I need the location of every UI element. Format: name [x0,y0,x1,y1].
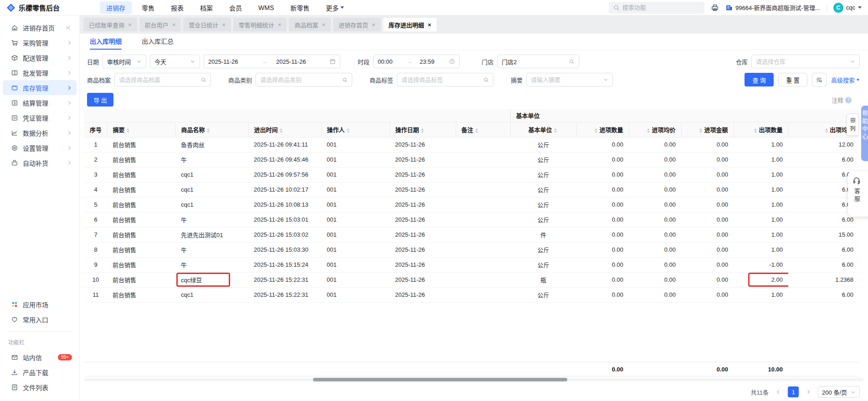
tab-business-day-stats[interactable]: 营业日统计 [183,18,231,31]
store-input[interactable] [502,58,566,65]
sidebar-item-label: 常用入口 [23,315,48,324]
close-icon[interactable] [372,22,375,28]
page-size-select[interactable]: 200 条/页 [818,386,860,398]
table-row[interactable]: 6前台销售牛2025-11-26 15:03:010012025-11-26公斤… [84,212,859,227]
date-type-select[interactable]: 审核时间 [103,55,146,68]
nav-item-reports[interactable]: 报表 [164,1,190,14]
table-row[interactable]: 11前台销售cqc12025-11-26 15:22:310012025-11-… [84,287,859,302]
collapse-sidebar-icon[interactable] [66,25,72,31]
query-button[interactable]: 查 询 [745,73,774,86]
sidebar-item-favorites[interactable]: 常用入口 [3,312,77,327]
table-row[interactable]: 9前台销售牛2025-11-26 15:15:240012025-11-26公斤… [84,257,859,272]
tab-settled-orders[interactable]: 已结账单查询 [83,18,137,31]
nav-item-new-retail[interactable]: 新零售 [284,1,316,14]
col-header-product-name[interactable]: 商品名称 [175,122,248,137]
export-button[interactable]: 导 出 [87,93,113,107]
nav-item-retail[interactable]: 零售 [135,1,161,14]
nav-item-inventory[interactable]: 进销存 [100,1,132,14]
nav-item-more[interactable]: 更多 [319,1,350,14]
time-range-picker[interactable]: 00:00 23:59 [373,55,460,68]
col-header-inout-time[interactable]: 进出时间 [248,122,321,137]
nav-item-wms[interactable]: WMS [252,2,280,13]
tab-product-archive[interactable]: 商品档案 [289,18,331,31]
col-header-in-avg-price[interactable]: 进项均价 [629,122,681,137]
sidebar-item-inbox[interactable]: 站内信 99+ [3,350,77,365]
nav-item-archives[interactable]: 档案 [194,1,219,14]
subtab-inout-summary[interactable]: 出入库汇总 [142,36,174,50]
col-header-base-unit[interactable]: 基本单位 [510,122,576,137]
sidebar-item-purchase[interactable]: 采购管理 [3,35,77,50]
sidebar-item-delivery[interactable]: 配送管理 [3,50,77,65]
help-center-tab[interactable]: 帮助中心 [861,106,868,161]
sidebar-item-settings[interactable]: 设置管理 [3,140,77,155]
table-row[interactable]: 4前台销售cqc12025-11-26 10:02:170012025-11-2… [84,182,859,197]
category-picker[interactable] [256,73,352,86]
saved-filter-button[interactable] [812,73,827,86]
nav-item-members[interactable]: 会员 [223,1,248,14]
sidebar-item-wholesale[interactable]: 批发管理 [3,65,77,80]
sidebar-item-file-list[interactable]: 文件列表 [3,380,77,395]
scrollbar-thumb[interactable] [313,378,567,381]
user-menu[interactable]: C cqc [833,3,862,13]
summary-select[interactable] [526,73,613,86]
table-row[interactable]: 1前台销售鱼香肉丝2025-11-26 09:41:110012025-11-2… [84,137,859,152]
tab-retail-detail-stats[interactable]: 零售明细统计 [233,18,287,31]
sidebar-item-inventory[interactable]: 库存管理 [3,80,77,95]
advanced-search-link[interactable]: 高级搜索 [831,76,860,84]
col-header-remark[interactable]: 备注 [456,122,510,137]
date-range-picker[interactable]: 2025-11-26 2025-11-26 [204,55,340,68]
table-row[interactable]: 10前台销售cqc绿豆2025-11-26 15:22:310012025-11… [84,272,859,287]
global-search-input[interactable] [622,4,691,11]
close-icon[interactable] [128,22,132,28]
global-search[interactable] [609,2,704,14]
warehouse-input[interactable] [756,58,847,65]
sidebar-item-settlement[interactable]: $ 结算管理 [3,95,77,110]
close-icon[interactable] [222,22,226,28]
sidebar-item-app-market[interactable]: 应用市场 [3,297,77,312]
store-picker[interactable] [497,55,579,68]
table-row[interactable]: 2前台销售牛2025-11-26 09:45:460012025-11-26公斤… [84,152,859,167]
table-row[interactable]: 3前台销售cqc12025-11-26 09:57:560012025-11-2… [84,167,859,182]
time-from-value: 00:00 [378,58,393,65]
page-number[interactable]: 1 [788,386,799,397]
tab-stock-inout-detail[interactable]: 库存进出明细 [383,18,437,31]
tab-inventory-home[interactable]: 进销存首页 [333,18,381,31]
col-header-operator[interactable]: 操作人 [321,122,390,137]
tag-picker[interactable] [397,73,493,86]
next-page-button[interactable] [803,387,813,397]
column-settings-button[interactable]: 列 [847,114,859,136]
customer-service-widget[interactable]: 客服 [848,171,868,217]
tag-input[interactable] [401,76,481,83]
col-header-op-date[interactable]: 操作日期 [390,122,456,137]
table-row[interactable]: 7前台销售先进先出测试012025-11-26 15:03:020012025-… [84,227,859,242]
product-picker[interactable] [114,73,211,86]
sidebar-item-downloads[interactable]: 产品下载 [3,365,77,380]
tab-frontdesk-users[interactable]: 前台用户 [139,18,181,31]
close-icon[interactable] [428,22,431,28]
col-header-summary[interactable]: 摘要 [107,122,175,137]
col-header-in-qty[interactable]: 进项数量 [576,122,629,137]
col-header-out-qty[interactable]: 出项数量 [734,122,788,137]
prev-page-button[interactable] [773,387,783,397]
subtab-inout-detail[interactable]: 出入库明细 [90,36,122,50]
company-switcher[interactable]: 99664-新界面商超版测试-管理... [725,3,820,12]
product-input[interactable] [119,76,198,83]
close-icon[interactable] [278,22,282,28]
sidebar-item-analytics[interactable]: 数据分析 [3,125,77,140]
sidebar-item-home[interactable]: 进销存首页 [3,20,77,35]
close-icon[interactable] [172,22,176,28]
note-label[interactable]: 注释 [832,96,852,104]
col-header-in-amount[interactable]: 进项金额 [681,122,734,137]
sidebar-item-auto-replenish[interactable]: 自动补货 [3,155,77,170]
scrollbar-track[interactable] [84,378,863,381]
warehouse-select[interactable] [751,55,860,68]
category-input[interactable] [260,76,339,83]
close-icon[interactable] [322,22,325,28]
table-row[interactable]: 8前台销售牛2025-11-26 15:03:300012025-11-26公斤… [84,242,859,257]
date-preset-select[interactable]: 今天 [150,55,200,68]
reset-button[interactable]: 重 置 [778,73,807,86]
summary-input[interactable] [531,76,601,83]
printer-icon[interactable] [711,4,719,12]
table-row[interactable]: 5前台销售cqc12025-11-26 10:08:130012025-11-2… [84,197,859,212]
sidebar-item-voucher[interactable]: 凭证管理 [3,110,77,125]
